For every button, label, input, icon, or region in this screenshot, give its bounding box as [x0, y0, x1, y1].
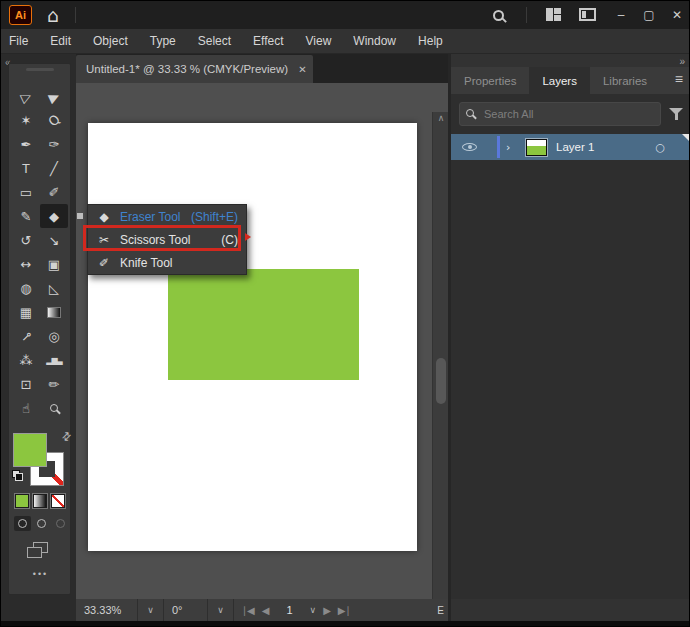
scroll-up-icon[interactable]: ∧	[433, 113, 448, 123]
vertical-scrollbar[interactable]: ∧ ∨	[432, 112, 448, 599]
edit-toolbar-ellipsis[interactable]: •••	[9, 569, 72, 579]
workspace-switcher-icon[interactable]	[546, 8, 562, 21]
window-bottom-edge	[1, 621, 690, 627]
perspective-grid-tool[interactable]: ◺	[40, 276, 68, 300]
artboard-dropdown-icon[interactable]: ∨	[310, 605, 317, 615]
tab-layers[interactable]: Layers	[529, 67, 590, 94]
menu-view[interactable]: View	[295, 29, 343, 53]
eraser-icon: ◆	[96, 210, 112, 224]
panel-menu-icon[interactable]: ≡	[675, 71, 683, 87]
layer-name[interactable]: Layer 1	[556, 141, 594, 153]
rotation-dropdown-icon[interactable]: ∨	[208, 599, 234, 621]
artboard-tool[interactable]: ⊡	[12, 372, 40, 396]
menu-select[interactable]: Select	[187, 29, 242, 53]
color-button[interactable]	[15, 494, 29, 508]
menu-window[interactable]: Window	[342, 29, 407, 53]
menu-file[interactable]: File	[9, 29, 39, 53]
drawing-mode-buttons	[14, 516, 69, 531]
paintbrush-tool[interactable]: ✐	[40, 180, 68, 204]
eraser-tool[interactable]: ◆	[40, 204, 68, 228]
swap-fill-stroke-icon[interactable]: ⇄	[59, 429, 75, 445]
first-artboard-icon[interactable]: ∣◀	[242, 605, 255, 616]
layer-target-icon[interactable]: ○	[655, 141, 665, 154]
tab-properties[interactable]: Properties	[451, 67, 529, 94]
direct-selection-tool[interactable]: ▶	[40, 84, 68, 108]
search-icon[interactable]	[493, 7, 504, 25]
rectangle-tool[interactable]: ▭	[12, 180, 40, 204]
home-icon[interactable]: ⌂	[41, 3, 65, 27]
color-mode-buttons	[15, 494, 65, 508]
magic-wand-tool[interactable]: ✶	[12, 108, 40, 132]
menu-edit[interactable]: Edit	[39, 29, 82, 53]
visibility-eye-icon[interactable]	[462, 143, 477, 151]
last-artboard-icon[interactable]: ▶∣	[338, 605, 351, 616]
expand-layer-icon[interactable]: ›	[506, 141, 518, 154]
artboard-number: 1	[276, 604, 302, 616]
menu-bar: File Edit Object Type Select Effect View…	[1, 29, 690, 54]
shaper-tool[interactable]: ✎	[12, 204, 40, 228]
blend-tool[interactable]: ◎	[40, 324, 68, 348]
pen-tool[interactable]: ✒	[12, 132, 40, 156]
zoom-tool[interactable]	[40, 396, 68, 420]
selection-tool[interactable]: ▷	[12, 84, 40, 108]
previous-artboard-icon[interactable]: ◀	[262, 605, 270, 616]
column-graph-tool[interactable]: ▂▆▃	[40, 348, 68, 372]
draw-behind-button[interactable]	[33, 516, 50, 531]
draw-normal-button[interactable]	[14, 516, 31, 531]
tool-grid: ▷ ▶ ✶ Q ✒ ✑ T ╱ ▭ ✐ ✎ ◆ ↺ ↘ ↔ ▣ ◍ ◺ ▦ ⊸	[12, 84, 68, 420]
type-tool[interactable]: T	[12, 156, 40, 180]
lasso-tool[interactable]: Q	[40, 108, 68, 132]
close-button[interactable]: ✕	[663, 1, 690, 29]
draw-inside-button[interactable]	[52, 516, 69, 531]
arrange-documents-icon[interactable]	[579, 8, 596, 21]
next-artboard-icon[interactable]: ▶	[323, 605, 331, 616]
eyedropper-tool[interactable]: ⊸	[12, 324, 40, 348]
flyout-label: Eraser Tool	[120, 210, 180, 224]
flyout-item-knife-tool[interactable]: ✐ Knife Tool	[88, 251, 246, 274]
width-tool[interactable]: ↔	[12, 252, 40, 276]
divider	[526, 7, 527, 23]
hand-tool[interactable]: ☝	[12, 396, 40, 420]
layer-thumbnail[interactable]	[526, 139, 547, 156]
rotate-tool[interactable]: ↺	[12, 228, 40, 252]
slice-tool[interactable]: ✏	[40, 372, 68, 396]
default-fill-stroke-icon[interactable]	[12, 470, 23, 481]
curvature-tool[interactable]: ✑	[40, 132, 68, 156]
green-rectangle-object[interactable]	[168, 269, 359, 380]
none-button[interactable]	[51, 494, 65, 508]
menu-effect[interactable]: Effect	[242, 29, 294, 53]
collapse-panel-icon[interactable]: »	[679, 56, 684, 67]
right-panel: » Properties Layers Libraries ≡ › Layer …	[448, 54, 690, 621]
canvas[interactable]: ∧ ∨	[76, 83, 448, 599]
document-tab[interactable]: Untitled-1* @ 33.33 % (CMYK/Preview) ✕	[76, 55, 313, 83]
mesh-tool[interactable]: ▦	[12, 300, 40, 324]
scale-tool[interactable]: ↘	[40, 228, 68, 252]
gradient-button[interactable]	[33, 494, 47, 508]
menu-help[interactable]: Help	[407, 29, 454, 53]
filter-icon[interactable]	[669, 107, 683, 121]
zoom-level-value[interactable]: 33.33%	[76, 599, 138, 621]
gradient-tool[interactable]	[40, 300, 68, 324]
close-tab-icon[interactable]: ✕	[298, 64, 306, 75]
minimize-button[interactable]: –	[607, 1, 635, 29]
free-transform-tool[interactable]: ▣	[40, 252, 68, 276]
menu-type[interactable]: Type	[139, 29, 187, 53]
line-segment-tool[interactable]: ╱	[40, 156, 68, 180]
scrollbar-thumb[interactable]	[436, 358, 446, 404]
fill-stroke-controls: ⇄	[9, 430, 72, 492]
shape-builder-tool[interactable]: ◍	[12, 276, 40, 300]
zoom-dropdown-icon[interactable]: ∨	[138, 599, 164, 621]
tab-libraries[interactable]: Libraries	[590, 67, 660, 94]
menu-object[interactable]: Object	[82, 29, 139, 53]
layers-search-input[interactable]	[459, 102, 661, 126]
layer-row[interactable]: › Layer 1 ○	[451, 134, 690, 160]
fill-swatch[interactable]	[13, 433, 47, 467]
change-screen-mode-icon[interactable]	[27, 542, 49, 559]
maximize-button[interactable]: ▢	[635, 1, 663, 29]
status-bar: 33.33% ∨ 0° ∨ ∣◀ ◀ 1 ∨ ▶ ▶∣ E	[76, 599, 448, 621]
red-annotation-arrow	[245, 233, 251, 241]
panel-grip[interactable]	[26, 68, 54, 71]
rotation-value[interactable]: 0°	[164, 599, 208, 621]
symbol-sprayer-tool[interactable]: ⁂	[12, 348, 40, 372]
layers-search-row	[459, 102, 683, 126]
